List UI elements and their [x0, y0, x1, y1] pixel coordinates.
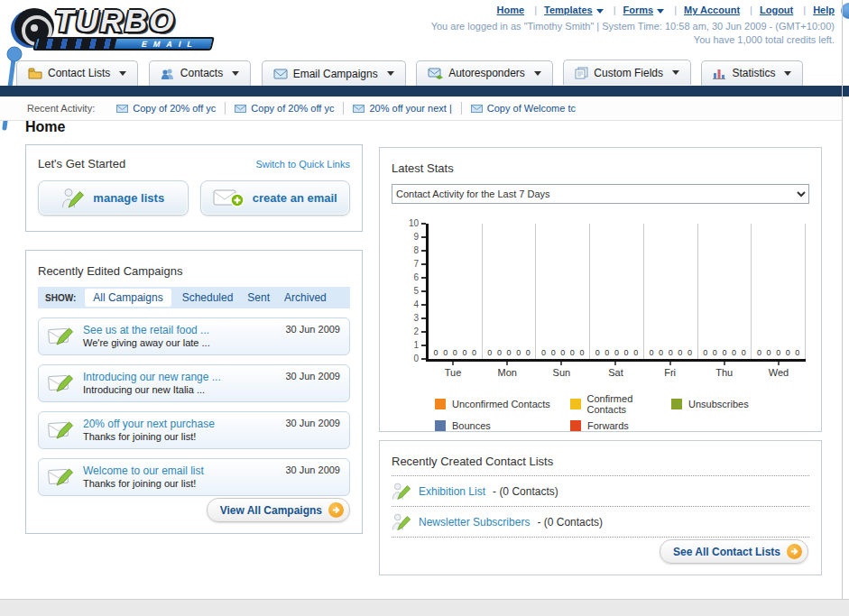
campaign-title-link[interactable]: Welcome to our email list	[83, 464, 204, 477]
recent-activity-item[interactable]: 20% off your next |	[344, 103, 460, 114]
legend-label: Confirmed Contacts	[587, 393, 671, 415]
campaign-subtitle: We're giving away our late ...	[83, 336, 210, 349]
person-pencil-icon	[61, 187, 85, 210]
bar-value-label: 0	[487, 348, 492, 357]
campaign-filter-bar: SHOW: All Campaigns Scheduled Sent Archi…	[38, 287, 350, 308]
bar-value-label: 0	[713, 348, 717, 357]
chart-x-label: Thu	[697, 362, 752, 378]
header-link-templates[interactable]: Templates	[544, 5, 593, 15]
nav-tab-autoresponders[interactable]: Autoresponders	[416, 60, 553, 86]
chart-group: 00000	[698, 224, 752, 359]
y-tick-label: 7	[413, 259, 419, 269]
chevron-down-icon	[784, 71, 791, 76]
header-link-home[interactable]: Home	[497, 5, 525, 15]
header-links: Home Templates Forms My Account Logout H…	[497, 5, 835, 15]
campaign-row[interactable]: 20% off your next purchase Thanks for jo…	[38, 411, 350, 449]
recent-activity-item[interactable]: Copy of Welcome tc	[462, 103, 585, 114]
nav-label: Custom Fields	[594, 67, 663, 79]
legend-swatch	[435, 420, 446, 431]
nav-tab-email-campaigns[interactable]: Email Campaigns	[262, 60, 406, 86]
envelope-icon	[235, 105, 246, 113]
nav-tab-contacts[interactable]: Contacts	[149, 60, 251, 86]
contact-activity-chart: 012345678910 000000000000000000000000000…	[399, 224, 809, 415]
campaign-row[interactable]: Welcome to our email list Thanks for joi…	[38, 458, 350, 496]
see-all-contact-lists-button[interactable]: See All Contact Lists	[660, 539, 808, 564]
create-email-button[interactable]: create an email	[200, 180, 351, 216]
person-pencil-icon	[392, 481, 411, 502]
header-link-forms[interactable]: Forms	[623, 5, 654, 15]
bar-value-label: 0	[633, 348, 638, 357]
bar-value-label: 0	[570, 348, 575, 357]
tab-sent[interactable]: Sent	[247, 291, 270, 304]
chart-x-label: Tue	[426, 362, 480, 378]
bar-value-label: 0	[795, 348, 799, 357]
y-tick-label: 3	[413, 313, 419, 323]
view-all-campaigns-button[interactable]: View All Campaigns	[207, 498, 350, 522]
tab-scheduled[interactable]: Scheduled	[182, 291, 234, 304]
chevron-down-icon	[387, 71, 394, 76]
bar-value-label: 0	[541, 348, 546, 357]
campaign-row[interactable]: Introducing our new range ... Introducin…	[38, 364, 350, 402]
recently-edited-campaigns-panel: Recently Edited Campaigns SHOW: All Camp…	[25, 250, 363, 534]
recently-created-contact-lists-panel: Recently Created Contact Lists Exhibitio…	[379, 440, 822, 575]
nav-tab-custom-fields[interactable]: Custom Fields	[563, 60, 691, 85]
button-label: See All Contact Lists	[673, 546, 780, 558]
button-label: manage lists	[93, 191, 164, 205]
envelope-pencil-icon	[48, 372, 75, 394]
recent-activity-item[interactable]: Copy of 20% off yc	[107, 103, 225, 114]
arrow-right-icon	[787, 544, 802, 559]
contact-list-link[interactable]: Newsletter Subscribers	[419, 516, 530, 529]
y-tick-label: 0	[413, 354, 419, 363]
legend-item: Forwards	[570, 420, 671, 431]
campaign-title-link[interactable]: Introducing our new range ...	[83, 371, 221, 383]
person-pencil-icon	[392, 511, 411, 533]
recent-activity-item[interactable]: Copy of 20% off yc	[226, 103, 343, 114]
chart-plot: 00000000000000000000000000000000000	[426, 224, 806, 362]
envelope-pencil-icon	[48, 326, 75, 347]
header-link-help[interactable]: Help	[813, 5, 835, 15]
chart-group: 00000	[590, 224, 644, 359]
header-link-my-account[interactable]: My Account	[684, 5, 740, 15]
logo-title: TURBO	[54, 3, 175, 39]
bar-value-label: 0	[678, 348, 682, 357]
show-label: SHOW:	[45, 293, 76, 303]
manage-lists-button[interactable]: manage lists	[38, 180, 189, 216]
chart-legend: Unconfirmed ContactsConfirmed ContactsUn…	[435, 393, 749, 431]
bar-value-label: 0	[669, 348, 673, 357]
legend-swatch	[570, 420, 581, 431]
contact-list-link[interactable]: Exhibition List	[419, 485, 485, 498]
tab-all-campaigns[interactable]: All Campaigns	[85, 289, 171, 307]
chevron-down-icon	[596, 9, 604, 14]
chart-x-labels: TueMonSunSatFriThuWed	[426, 362, 806, 378]
campaign-title-link[interactable]: 20% off your next purchase	[83, 418, 215, 430]
contact-list-count: - (0 Contacts)	[493, 485, 558, 498]
bar-value-label: 0	[551, 348, 556, 357]
y-tick-label: 8	[413, 245, 419, 255]
main-nav: Contact Lists Contacts Email Campaigns A…	[0, 60, 849, 86]
tab-archived[interactable]: Archived	[284, 291, 327, 304]
bar-value-label: 0	[560, 348, 565, 357]
switch-quick-links-link[interactable]: Switch to Quick Links	[255, 159, 350, 170]
turbo-email-logo: TURBO EMAIL	[7, 3, 224, 55]
y-tick-label: 2	[413, 326, 419, 336]
campaign-row[interactable]: See us at the retail food ... We're givi…	[38, 317, 350, 355]
header-link-logout[interactable]: Logout	[760, 5, 793, 15]
stats-range-select[interactable]: Contact Activity for the Last 7 Days	[392, 184, 809, 204]
campaign-subtitle: Thanks for joining our list!	[83, 477, 204, 490]
chevron-down-icon	[672, 70, 679, 75]
campaign-date: 30 Jun 2009	[285, 412, 340, 428]
bar-value-label: 0	[516, 348, 521, 357]
y-tick-label: 4	[413, 299, 419, 309]
nav-tab-contact-lists[interactable]: Contact Lists	[16, 60, 138, 86]
latest-stats-panel: Latest Stats Contact Activity for the La…	[379, 147, 822, 432]
bar-value-label: 0	[453, 348, 457, 357]
bar-value-label: 0	[732, 348, 736, 357]
chart-x-label: Sun	[534, 362, 588, 378]
envelope-pencil-icon	[48, 419, 75, 441]
nav-tab-statistics[interactable]: Statistics	[701, 60, 803, 86]
recent-activity-bar: Recent Activity: Copy of 20% off yc Copy…	[0, 97, 842, 121]
envelope-icon	[273, 69, 288, 79]
navy-strip	[0, 86, 849, 97]
bar-value-label: 0	[624, 348, 629, 357]
campaign-title-link[interactable]: See us at the retail food ...	[83, 324, 210, 336]
